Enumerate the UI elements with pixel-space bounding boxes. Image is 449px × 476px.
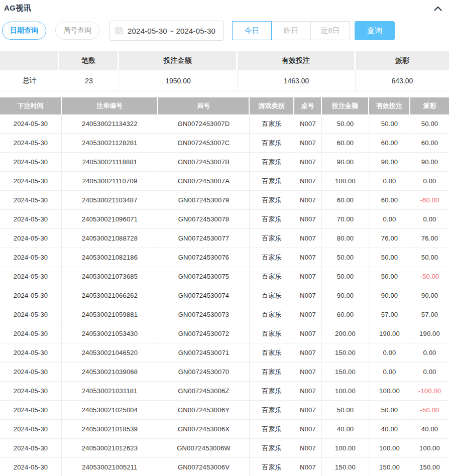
cell-game-type: 百家乐: [250, 382, 294, 400]
cell-bet-id: 240530021005211: [62, 458, 158, 476]
search-button[interactable]: 查询: [355, 21, 395, 40]
cell-bet-amount: 200.00: [322, 324, 369, 343]
section-header: AG视讯: [0, 0, 449, 13]
today-button[interactable]: 今日: [232, 21, 272, 40]
cell-bet-id: 240530021053430: [62, 324, 158, 343]
table-row: 2024-05-30240530021134322GN0072453007D百家…: [0, 114, 449, 134]
quick-date-button-group: 今日 昨日 近8日: [232, 21, 350, 40]
table-row: 2024-05-30240530021018539GN0072453006X百家…: [0, 420, 449, 439]
cell-round-id: GN00724530076: [158, 248, 250, 267]
summary-total-valid-bet: 1463.00: [238, 70, 356, 91]
cell-bet-amount: 100.00: [322, 172, 369, 190]
round-query-tab[interactable]: 局号查询: [55, 22, 99, 40]
cell-round-id: GN00724530079: [158, 191, 250, 209]
cell-payout: -50.00: [410, 267, 449, 286]
cell-game-type: 百家乐: [250, 343, 294, 362]
collapse-section-button[interactable]: [433, 5, 443, 13]
cell-bet-time: 2024-05-30: [0, 458, 62, 476]
yesterday-button[interactable]: 昨日: [271, 21, 311, 40]
cell-payout: 76.00: [410, 229, 449, 248]
table-row: 2024-05-30240530021059881GN00724530073百家…: [0, 305, 449, 324]
summary-total-payout: 643.00: [356, 70, 449, 91]
cell-bet-time: 2024-05-30: [0, 267, 62, 286]
column-header-valid-bet: 有效投注: [369, 97, 410, 114]
cell-game-type: 百家乐: [250, 210, 294, 228]
table-row: 2024-05-30240530021066262GN00724530074百家…: [0, 286, 449, 305]
cell-payout: 57.00: [410, 305, 449, 324]
cell-bet-amount: 90.00: [322, 153, 369, 171]
cell-bet-amount: 100.00: [322, 439, 369, 457]
date-range-value: 2024-05-30 ~ 2024-05-30: [128, 27, 215, 35]
summary-header-blank: [0, 51, 59, 70]
cell-bet-amount: 60.00: [322, 191, 369, 209]
cell-valid-bet: 0.00: [369, 343, 410, 362]
cell-bet-time: 2024-05-30: [0, 248, 62, 267]
cell-round-id: GN00724530073: [158, 305, 250, 324]
last-8-days-button[interactable]: 近8日: [310, 21, 350, 40]
cell-payout: 100.00: [410, 439, 449, 457]
cell-payout: 190.00: [410, 324, 449, 343]
cell-table-no: N007: [294, 267, 322, 286]
cell-valid-bet: 57.00: [369, 305, 410, 324]
table-row: 2024-05-30240530021096071GN00724530078百家…: [0, 210, 449, 229]
cell-bet-amount: 40.00: [322, 420, 369, 438]
cell-game-type: 百家乐: [250, 420, 294, 438]
table-row: 2024-05-30240530021073685GN00724530075百家…: [0, 267, 449, 286]
table-body: 2024-05-30240530021134322GN0072453007D百家…: [0, 114, 449, 476]
table-row: 2024-05-30240530021053430GN00724530072百家…: [0, 324, 449, 343]
cell-round-id: GN0072453006X: [158, 420, 250, 438]
cell-table-no: N007: [294, 114, 322, 133]
cell-bet-amount: 150.00: [322, 343, 369, 362]
cell-bet-id: 240530021046520: [62, 343, 158, 362]
table-row: 2024-05-30240530021082186GN00724530076百家…: [0, 248, 449, 267]
date-range-picker[interactable]: 2024-05-30 ~ 2024-05-30: [109, 21, 224, 41]
cell-payout: 90.00: [410, 153, 449, 171]
cell-payout: 0.00: [410, 343, 449, 362]
table-row: 2024-05-30240530021046520GN00724530071百家…: [0, 343, 449, 363]
cell-bet-time: 2024-05-30: [0, 343, 62, 362]
table-row: 2024-05-30240530021039068GN00724530070百家…: [0, 363, 449, 382]
cell-payout: 0.00: [410, 172, 449, 190]
cell-bet-id: 240530021088728: [62, 229, 158, 248]
cell-table-no: N007: [294, 153, 322, 171]
cell-table-no: N007: [294, 343, 322, 362]
cell-payout: -60.00: [410, 191, 449, 209]
cell-valid-bet: 50.00: [369, 114, 410, 133]
cell-round-id: GN00724530075: [158, 267, 250, 286]
table-row: 2024-05-30240530021118881GN0072453007B百家…: [0, 153, 449, 172]
summary-header-bet-amount: 投注金额: [119, 51, 238, 70]
cell-bet-id: 240530021031181: [62, 382, 158, 400]
cell-game-type: 百家乐: [250, 363, 294, 381]
cell-bet-amount: 100.00: [322, 382, 369, 400]
cell-bet-id: 240530021059881: [62, 305, 158, 324]
cell-bet-amount: 50.00: [322, 248, 369, 267]
cell-valid-bet: 90.00: [369, 153, 410, 171]
page-title: AG视讯: [4, 4, 32, 13]
cell-bet-time: 2024-05-30: [0, 172, 62, 190]
cell-game-type: 百家乐: [250, 248, 294, 267]
table-row: 2024-05-30240530021031181GN0072453006Z百家…: [0, 382, 449, 401]
cell-round-id: GN0072453006V: [158, 458, 250, 476]
cell-bet-id: 240530021012623: [62, 439, 158, 457]
cell-round-id: GN0072453007B: [158, 153, 250, 171]
cell-bet-id: 240530021039068: [62, 363, 158, 381]
table-row: 2024-05-30240530021025004GN0072453006Y百家…: [0, 401, 449, 420]
cell-valid-bet: 150.00: [369, 458, 410, 476]
date-query-tab[interactable]: 日期查询: [2, 22, 46, 40]
cell-game-type: 百家乐: [250, 439, 294, 457]
cell-game-type: 百家乐: [250, 229, 294, 248]
column-header-bet-id: 注单编号: [62, 97, 158, 114]
cell-round-id: GN0072453007C: [158, 134, 250, 152]
cell-valid-bet: 76.00: [369, 229, 410, 248]
cell-round-id: GN00724530077: [158, 229, 250, 248]
round-query-label: 局号查询: [63, 26, 91, 35]
cell-bet-time: 2024-05-30: [0, 363, 62, 381]
cell-game-type: 百家乐: [250, 153, 294, 171]
cell-valid-bet: 100.00: [369, 439, 410, 457]
cell-table-no: N007: [294, 248, 322, 267]
summary-total-count: 23: [59, 70, 119, 91]
cell-game-type: 百家乐: [250, 286, 294, 305]
cell-bet-time: 2024-05-30: [0, 305, 62, 324]
calendar-icon: [115, 27, 123, 35]
cell-payout: 50.00: [410, 114, 449, 133]
